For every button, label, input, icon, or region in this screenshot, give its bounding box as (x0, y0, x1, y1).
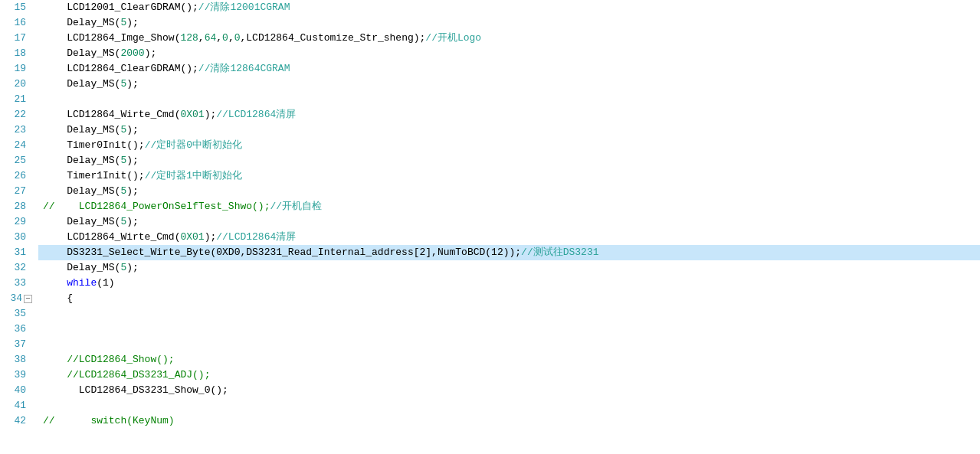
code-line: Delay_MS(5); (38, 153, 980, 168)
token-cmt-cn: //LCD12864清屏 (216, 107, 296, 122)
code-line: { (38, 291, 980, 306)
token-plain: ); (126, 77, 139, 92)
line-number: 40 (3, 383, 32, 398)
code-line: Delay_MS(2000); (38, 46, 980, 61)
token-plain: DS3231_Select_Wirte_Byte(0XD0,DS3231_Rea… (43, 247, 521, 258)
code-line: Delay_MS(5); (38, 77, 980, 92)
token-cmt: // switch(KeyNum) (43, 413, 175, 429)
token-plain: ); (126, 122, 139, 138)
token-cmt-cn: //开机Logo (425, 31, 481, 46)
code-line: Delay_MS(5); (38, 122, 980, 138)
line-number: 16 (3, 15, 32, 31)
token-num: 5 (120, 214, 126, 230)
token-plain: ); (126, 15, 139, 31)
token-plain (43, 276, 67, 291)
code-line: // switch(KeyNum) (38, 413, 980, 429)
code-line (38, 322, 980, 337)
fold-icon[interactable]: − (24, 295, 32, 303)
line-number: 33 (3, 276, 32, 291)
token-plain: LCD12864_DS3231_Show_0(); (43, 383, 228, 398)
token-cmt-cn: //测试往DS3231 (521, 247, 598, 258)
token-plain: ); (205, 107, 217, 122)
code-line: LCD12864_ClearGDRAM();//清除12864CGRAM (38, 61, 980, 77)
token-plain: Delay_MS( (43, 46, 120, 61)
code-line: DS3231_Select_Wirte_Byte(0XD0,DS3231_Rea… (38, 245, 980, 260)
token-mac: 0X01 (180, 107, 204, 122)
token-mac: 0X01 (180, 230, 204, 245)
code-line: Timer0Init();//定时器0中断初始化 (38, 138, 980, 153)
token-plain: LCD12001_ClearGDRAM(); (43, 0, 198, 15)
line-number: 32 (3, 260, 32, 276)
code-line: Timer1Init();//定时器1中断初始化 (38, 168, 980, 184)
token-cmt-cn: //定时器0中断初始化 (145, 138, 242, 153)
token-plain: Timer0Init(); (43, 138, 145, 153)
token-plain: Delay_MS( (43, 184, 120, 199)
token-cmt: //LCD12864_DS3231_ADJ(); (43, 367, 210, 383)
token-cmt-cn: //清除12864CGRAM (198, 61, 290, 77)
token-plain: ,LCD12864_Customize_Str_sheng); (241, 31, 426, 46)
token-num: 0 (234, 31, 241, 46)
token-plain: Delay_MS( (43, 214, 120, 230)
line-number: 25 (3, 153, 32, 168)
line-numbers: 1516171819202122232425262728293031323334… (0, 0, 38, 454)
code-line (38, 337, 980, 352)
token-plain: ); (145, 46, 157, 61)
line-number: 27 (3, 184, 32, 199)
code-line: LCD12864_DS3231_Show_0(); (38, 383, 980, 398)
code-line: LCD12864_Imge_Show(128,64,0,0,LCD12864_C… (38, 31, 980, 46)
line-number: 22 (3, 107, 32, 122)
line-number: 20 (3, 77, 32, 92)
token-plain: Delay_MS( (43, 260, 120, 276)
token-plain: ); (205, 230, 217, 245)
code-line: LCD12864_Wirte_Cmd(0X01);//LCD12864清屏 (38, 230, 980, 245)
token-plain: LCD12864_Wirte_Cmd( (43, 230, 180, 245)
token-plain: ); (126, 184, 139, 199)
token-plain: (1) (97, 276, 114, 291)
token-num: 5 (120, 184, 126, 199)
code-line: Delay_MS(5); (38, 184, 980, 199)
token-num: 128 (180, 31, 198, 46)
token-cmt-cn: //开机自检 (270, 199, 322, 214)
token-plain: LCD12864_Imge_Show( (43, 31, 180, 46)
token-cmt-cn: //定时器1中断初始化 (145, 168, 242, 184)
token-num: 5 (120, 122, 126, 138)
token-plain: ); (126, 260, 139, 276)
code-line: LCD12864_Wirte_Cmd(0X01);//LCD12864清屏 (38, 107, 980, 122)
token-cmt-cn: //清除12001CGRAM (198, 0, 290, 15)
token-cmt: // LCD12864_PowerOnSelfTest_Shwo(); (43, 199, 270, 214)
code-line (38, 306, 980, 322)
line-number: 15 (3, 0, 32, 15)
code-line: Delay_MS(5); (38, 214, 980, 230)
code-line (38, 398, 980, 413)
token-cmt-cn: //LCD12864清屏 (216, 230, 296, 245)
line-number: 24 (3, 138, 32, 153)
token-plain: LCD12864_Wirte_Cmd( (43, 107, 180, 122)
code-line: Delay_MS(5); (38, 15, 980, 31)
code-content[interactable]: LCD12001_ClearGDRAM();//清除12001CGRAM Del… (38, 0, 980, 454)
token-cmt: //LCD12864_Show(); (43, 352, 175, 367)
token-plain: ); (126, 214, 139, 230)
code-line: while(1) (38, 276, 980, 291)
line-number: 29 (3, 214, 32, 230)
token-plain: LCD12864_ClearGDRAM(); (43, 61, 198, 77)
line-number: 19 (3, 61, 32, 77)
code-editor: 1516171819202122232425262728293031323334… (0, 0, 980, 454)
line-number: 38 (3, 352, 32, 367)
line-number: 17 (3, 31, 32, 46)
code-line: //LCD12864_Show(); (38, 352, 980, 367)
token-num: 5 (120, 15, 126, 31)
line-number: 37 (3, 337, 32, 352)
token-plain: , (198, 31, 205, 46)
token-plain: , (216, 31, 222, 46)
token-num: 5 (120, 260, 126, 276)
token-plain: Delay_MS( (43, 122, 120, 138)
code-line: LCD12001_ClearGDRAM();//清除12001CGRAM (38, 0, 980, 15)
token-plain: Timer1Init(); (43, 168, 145, 184)
token-kw: while (67, 276, 97, 291)
line-number: 21 (3, 92, 32, 107)
token-num: 5 (120, 77, 126, 92)
token-plain: ); (126, 153, 139, 168)
line-number: 36 (3, 322, 32, 337)
token-plain: Delay_MS( (43, 77, 120, 92)
token-plain: Delay_MS( (43, 15, 120, 31)
